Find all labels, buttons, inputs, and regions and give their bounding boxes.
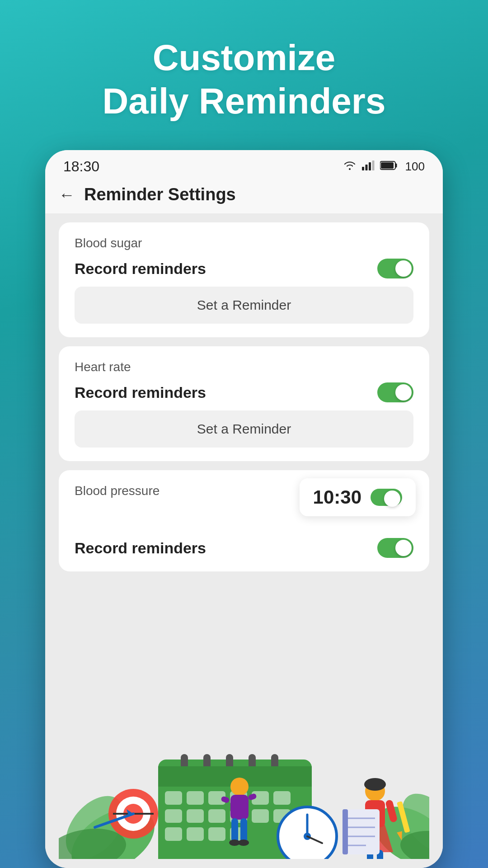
svg-rect-33 xyxy=(208,809,225,823)
svg-point-54 xyxy=(364,778,386,791)
svg-rect-31 xyxy=(165,809,182,823)
svg-point-48 xyxy=(238,840,249,846)
heart-rate-toggle[interactable] xyxy=(377,382,413,402)
svg-rect-2 xyxy=(369,162,371,170)
blood-sugar-category: Blood sugar xyxy=(75,236,413,250)
svg-rect-0 xyxy=(362,167,364,170)
back-button[interactable]: ← xyxy=(59,185,75,204)
heart-rate-category: Heart rate xyxy=(75,360,413,374)
page-title: Reminder Settings xyxy=(84,185,236,204)
svg-rect-67 xyxy=(343,809,348,854)
svg-rect-44 xyxy=(240,818,247,843)
svg-rect-38 xyxy=(187,827,204,841)
svg-rect-25 xyxy=(165,791,182,805)
svg-rect-35 xyxy=(252,809,269,823)
battery-level: 100 xyxy=(405,160,425,174)
svg-rect-37 xyxy=(165,827,182,841)
phone-frame: 18:30 xyxy=(45,150,443,868)
blood-pressure-reminders-label: Record reminders xyxy=(75,539,206,557)
status-bar: 18:30 xyxy=(45,150,443,180)
svg-rect-39 xyxy=(208,827,225,841)
svg-rect-42 xyxy=(230,795,249,820)
heart-rate-reminders-row: Record reminders xyxy=(75,382,413,402)
heart-rate-card: Heart rate Record reminders Set a Remind… xyxy=(59,346,429,461)
time-badge-toggle[interactable] xyxy=(371,489,402,506)
illustration-area xyxy=(59,687,429,859)
time-badge: 10:30 xyxy=(300,478,416,516)
status-icons: 100 xyxy=(343,160,425,174)
blood-sugar-set-reminder[interactable]: Set a Reminder xyxy=(75,287,413,324)
signal-icon xyxy=(362,160,375,174)
hero-title: Customize Daily Reminders xyxy=(103,36,386,123)
svg-rect-26 xyxy=(187,791,204,805)
svg-rect-1 xyxy=(365,165,367,170)
scene-svg xyxy=(59,687,429,859)
battery-icon xyxy=(380,160,398,174)
svg-rect-3 xyxy=(372,160,374,170)
blood-sugar-toggle[interactable] xyxy=(377,259,413,278)
blood-pressure-toggle[interactable] xyxy=(377,538,413,558)
hero-line2: Daily Reminders xyxy=(103,80,386,123)
content-area: Blood sugar Record reminders Set a Remin… xyxy=(45,213,443,868)
blood-sugar-reminders-label: Record reminders xyxy=(75,260,206,278)
status-time: 18:30 xyxy=(63,158,99,175)
svg-rect-62 xyxy=(343,809,380,854)
blood-sugar-reminders-row: Record reminders xyxy=(75,259,413,278)
svg-rect-5 xyxy=(381,162,394,169)
svg-rect-30 xyxy=(273,791,291,805)
app-header: ← Reminder Settings xyxy=(45,180,443,213)
heart-rate-set-reminder[interactable]: Set a Reminder xyxy=(75,410,413,448)
blood-sugar-card: Blood sugar Record reminders Set a Remin… xyxy=(59,222,429,337)
svg-rect-43 xyxy=(231,818,238,843)
svg-point-41 xyxy=(230,778,249,796)
svg-rect-32 xyxy=(187,809,204,823)
heart-rate-reminders-label: Record reminders xyxy=(75,384,206,401)
wifi-icon xyxy=(343,160,357,174)
time-badge-value: 10:30 xyxy=(313,486,361,508)
blood-pressure-card: Blood pressure 10:30 Record reminders xyxy=(59,470,429,571)
hero-line1: Customize xyxy=(103,36,386,80)
